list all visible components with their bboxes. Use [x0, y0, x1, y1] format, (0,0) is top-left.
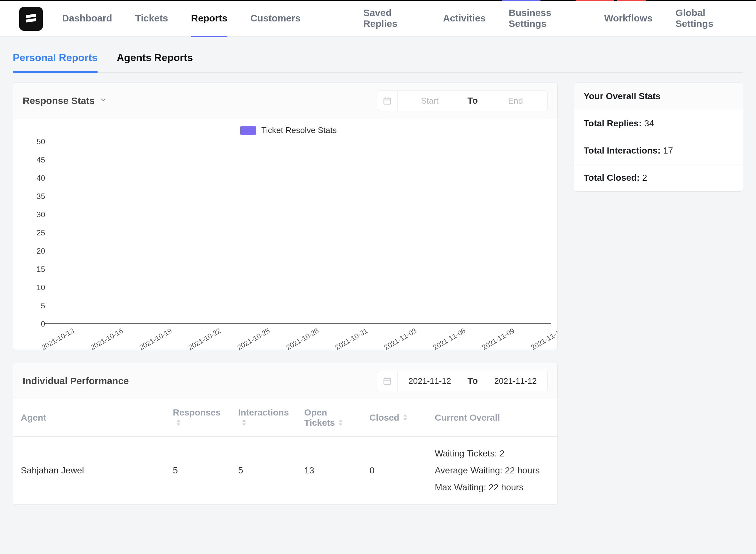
y-tick: 35: [37, 192, 45, 201]
col-responses[interactable]: Responses: [165, 399, 230, 437]
svg-rect-0: [384, 98, 391, 104]
cell-closed: 0: [362, 437, 427, 504]
stat-row: Total Interactions: 17: [574, 137, 743, 164]
col-agent[interactable]: Agent: [13, 399, 165, 437]
date-start-input[interactable]: Start: [398, 96, 462, 106]
x-tick: [469, 324, 486, 343]
performance-table: Agent Responses Interactions Open Ticket…: [13, 399, 558, 504]
y-tick: 30: [37, 210, 45, 219]
x-tick: [274, 324, 290, 343]
legend-swatch: [240, 126, 256, 135]
col-interactions[interactable]: Interactions: [231, 399, 297, 437]
sort-icon: [241, 418, 247, 428]
svg-rect-4: [384, 378, 391, 384]
y-tick: 15: [37, 265, 45, 274]
overall-stats-title: Your Overall Stats: [574, 83, 743, 110]
cell-open-tickets: 13: [296, 437, 362, 504]
y-tick: 0: [41, 320, 45, 329]
cell-responses: 5: [165, 437, 230, 504]
x-tick: 2021-10-25: [241, 324, 257, 343]
response-stats-title: Response Stats: [23, 95, 95, 106]
svg-marker-12: [339, 419, 343, 422]
svg-marker-9: [177, 424, 180, 426]
perf-date-start[interactable]: 2021-11-12: [398, 376, 462, 386]
svg-marker-11: [242, 424, 246, 426]
cell-agent: Sahjahan Jewel: [13, 437, 165, 504]
y-tick: 50: [37, 137, 45, 146]
x-tick: [127, 324, 143, 343]
stat-row: Total Replies: 34: [574, 110, 743, 137]
x-tick: 2021-10-13: [45, 324, 61, 343]
nav-workflows[interactable]: Workflows: [604, 1, 652, 37]
subtab-personal-reports[interactable]: Personal Reports: [13, 46, 98, 73]
perf-date-end[interactable]: 2021-11-12: [483, 376, 547, 386]
x-tick: [371, 324, 388, 343]
x-tick: 2021-10-28: [290, 324, 306, 343]
x-tick: [453, 324, 469, 343]
nav-customers[interactable]: Customers: [250, 1, 301, 37]
nav-dashboard[interactable]: Dashboard: [62, 1, 112, 37]
date-separator: To: [462, 96, 483, 106]
subtab-agents-reports[interactable]: Agents Reports: [117, 46, 193, 73]
chart-legend: Ticket Resolve Stats: [26, 125, 551, 135]
perf-date-separator: To: [462, 376, 483, 386]
logo-icon: [24, 11, 38, 26]
x-tick: 2021-10-31: [339, 324, 355, 343]
table-row: Sahjahan Jewel55130Waiting Tickets: 2Ave…: [13, 437, 558, 504]
main-navbar: Dashboard Tickets Reports Customers Save…: [0, 1, 756, 37]
nav-global-settings[interactable]: Global Settings: [676, 0, 737, 43]
individual-performance-title: Individual Performance: [23, 376, 129, 386]
app-logo[interactable]: [19, 7, 43, 31]
date-end-input[interactable]: End: [483, 96, 547, 106]
overall-stats-card: Your Overall Stats Total Replies: 34Tota…: [574, 82, 743, 191]
x-tick: [323, 324, 339, 343]
cell-interactions: 5: [231, 437, 297, 504]
x-tick: [176, 324, 192, 343]
x-tick: 2021-10-19: [143, 324, 159, 343]
chart-y-axis: 05101520253035404550: [26, 138, 45, 343]
y-tick: 25: [37, 228, 45, 237]
x-tick: [78, 324, 94, 343]
calendar-icon: [377, 371, 398, 391]
col-current-overall: Current Overall: [427, 399, 558, 437]
x-tick: [159, 324, 176, 343]
sort-icon: [337, 418, 344, 428]
nav-business-settings[interactable]: Business Settings: [509, 0, 581, 43]
x-tick: [404, 324, 420, 343]
x-tick: 2021-11-06: [437, 324, 453, 343]
x-tick: [110, 324, 127, 343]
response-date-range[interactable]: Start To End: [377, 91, 548, 111]
col-closed[interactable]: Closed: [362, 399, 427, 437]
x-tick: 2021-10-16: [94, 324, 110, 343]
y-tick: 20: [37, 246, 45, 256]
nav-saved-replies[interactable]: Saved Replies: [363, 0, 420, 43]
chart-x-axis: 2021-10-132021-10-162021-10-192021-10-22…: [45, 324, 551, 343]
legend-label: Ticket Resolve Stats: [261, 125, 337, 135]
calendar-icon: [377, 91, 398, 111]
chevron-down-icon: [99, 95, 108, 106]
x-tick: [502, 324, 518, 343]
nav-activities[interactable]: Activities: [443, 1, 485, 37]
report-subtabs: Personal Reports Agents Reports: [13, 46, 743, 73]
nav-tickets[interactable]: Tickets: [135, 1, 168, 37]
response-stats-title-toggle[interactable]: Response Stats: [23, 95, 108, 106]
x-tick: 2021-11-03: [388, 324, 404, 343]
x-tick: 2021-11-12: [535, 324, 551, 343]
y-tick: 45: [37, 156, 45, 164]
x-tick: [208, 324, 225, 343]
svg-marker-13: [339, 424, 343, 426]
performance-date-range[interactable]: 2021-11-12 To 2021-11-12: [377, 371, 548, 391]
svg-marker-10: [242, 419, 246, 422]
x-tick: [355, 324, 371, 343]
cell-current-overall: Waiting Tickets: 2Average Waiting: 22 ho…: [427, 437, 558, 504]
col-open-tickets[interactable]: Open Tickets: [296, 399, 362, 437]
x-tick: [61, 324, 78, 343]
y-tick: 40: [37, 174, 45, 183]
x-tick: [306, 324, 323, 343]
y-tick: 5: [41, 301, 45, 310]
svg-marker-15: [403, 419, 407, 421]
sort-icon: [175, 418, 182, 428]
individual-performance-card: Individual Performance 2021-11-12 To 202…: [13, 363, 558, 505]
nav-reports[interactable]: Reports: [191, 1, 227, 37]
chart-plot-area: 2021-10-132021-10-162021-10-192021-10-22…: [45, 138, 551, 343]
